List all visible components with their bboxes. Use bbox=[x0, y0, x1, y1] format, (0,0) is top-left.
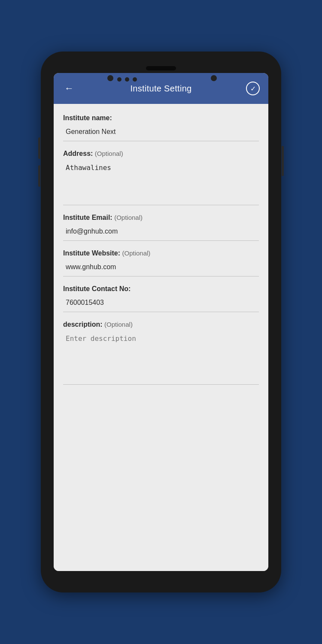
address-label: Address: (Optional) bbox=[63, 150, 259, 158]
back-arrow-icon: ← bbox=[64, 84, 74, 93]
email-group: Institute Email: (Optional) bbox=[63, 214, 259, 240]
address-group: Address: (Optional) Athawalines bbox=[63, 150, 259, 205]
institute-name-label: Institute name: bbox=[63, 114, 259, 122]
divider-4 bbox=[63, 276, 259, 276]
divider-3 bbox=[63, 240, 259, 241]
volume-up-button[interactable] bbox=[38, 137, 40, 159]
page-title: Institute Setting bbox=[77, 84, 245, 94]
description-label: description: (Optional) bbox=[63, 321, 259, 328]
form-content: Institute name: Address: (Optional) Atha… bbox=[54, 104, 268, 571]
address-input[interactable]: Athawalines bbox=[63, 160, 259, 203]
description-group: description: (Optional) bbox=[63, 321, 259, 384]
phone-camera-dots bbox=[117, 77, 137, 82]
description-optional: (Optional) bbox=[104, 321, 133, 328]
volume-down-button[interactable] bbox=[38, 165, 40, 187]
confirm-icon: ✓ bbox=[246, 82, 260, 95]
divider-2 bbox=[63, 205, 259, 205]
confirm-button[interactable]: ✓ bbox=[245, 81, 261, 96]
phone-camera-right bbox=[211, 75, 217, 81]
address-optional: (Optional) bbox=[95, 150, 123, 157]
phone-camera bbox=[107, 75, 113, 81]
email-input[interactable] bbox=[63, 224, 259, 240]
website-input[interactable] bbox=[63, 260, 259, 276]
divider-5 bbox=[63, 312, 259, 312]
email-label: Institute Email: (Optional) bbox=[63, 214, 259, 222]
phone-speaker bbox=[146, 66, 176, 70]
contact-group: Institute Contact No: bbox=[63, 285, 259, 312]
website-group: Institute Website: (Optional) bbox=[63, 249, 259, 276]
app-header: ← Institute Setting ✓ bbox=[54, 73, 268, 104]
divider-6 bbox=[63, 384, 259, 385]
institute-name-group: Institute name: bbox=[63, 114, 259, 141]
phone-device: ← Institute Setting ✓ Institute name: Ad… bbox=[41, 52, 281, 592]
contact-label: Institute Contact No: bbox=[63, 285, 259, 293]
email-optional: (Optional) bbox=[114, 214, 143, 221]
contact-input[interactable] bbox=[63, 295, 259, 312]
website-label: Institute Website: (Optional) bbox=[63, 249, 259, 257]
institute-name-input[interactable] bbox=[63, 125, 259, 141]
phone-screen: ← Institute Setting ✓ Institute name: Ad… bbox=[54, 73, 268, 571]
divider-1 bbox=[63, 141, 259, 141]
description-input[interactable] bbox=[63, 331, 259, 383]
back-button[interactable]: ← bbox=[61, 81, 77, 96]
power-button[interactable] bbox=[282, 146, 284, 176]
website-optional: (Optional) bbox=[122, 249, 151, 257]
